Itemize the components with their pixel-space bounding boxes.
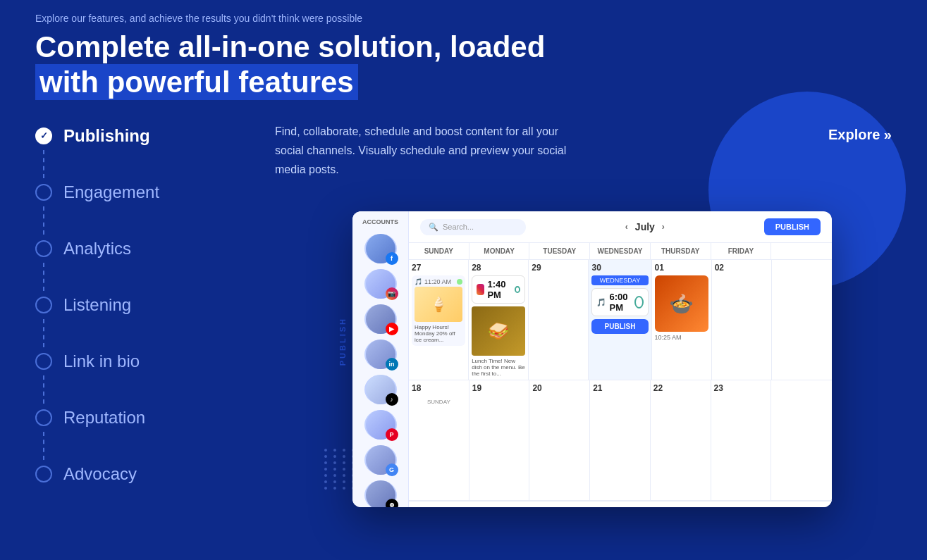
nav-icon-engagement [35,184,52,201]
nav-icon-reputation [35,409,52,426]
nav-icon-link-in-bio [35,353,52,370]
nav-connector-2 [43,206,44,235]
nav-connector-1 [43,150,44,178]
nav-item-engagement[interactable]: Engagement [35,178,233,206]
nav-label-publishing: Publishing [63,126,150,146]
feature-description-area: Find, collaborate, schedule and boost co… [275,122,571,194]
feature-description-text: Find, collaborate, schedule and boost co… [275,122,571,180]
nav-label-link-in-bio: Link in bio [63,351,140,371]
nav-connector-5 [43,375,44,404]
header-section: Explore our features, and achieve the re… [35,13,892,101]
nav-label-engagement: Engagement [63,182,159,202]
title-line1: Complete all-in-one solution, loaded [35,30,545,63]
nav-icon-analytics [35,240,52,257]
nav-item-analytics[interactable]: Analytics [35,235,233,263]
nav-item-publishing[interactable]: Publishing [35,122,233,150]
explore-button[interactable]: Explore » [828,127,892,143]
nav-label-analytics: Analytics [63,239,131,259]
nav-connector-4 [43,319,44,347]
nav-label-listening: Listening [63,295,131,315]
nav-item-advocacy[interactable]: Advocacy [35,460,233,488]
nav-connector-6 [43,432,44,460]
nav-item-link-in-bio[interactable]: Link in bio [35,347,233,375]
title-line2-highlight: with powerful features [35,64,358,100]
nav-icon-publishing [35,127,52,144]
nav-label-advocacy: Advocacy [63,464,137,484]
publish-sideways-text: PUBLISH [338,317,347,366]
nav-icon-advocacy [35,466,52,483]
nav-icon-listening [35,297,52,313]
nav-connector-3 [43,263,44,291]
feature-nav-sidebar: Publishing Engagement Analytics Listenin… [35,122,233,488]
th-badge: ⊕ [386,499,398,507]
nav-label-reputation: Reputation [63,408,145,428]
subtitle-text: Explore our features, and achieve the re… [35,13,892,24]
nav-item-listening[interactable]: Listening [35,291,233,319]
explore-area: Explore » [828,127,892,143]
bottom-toolbar: Save Draft Add to Queue Schedule Publish… [409,501,832,507]
nav-item-reputation[interactable]: Reputation [35,404,233,432]
main-title: Complete all-in-one solution, loaded wit… [35,30,892,101]
